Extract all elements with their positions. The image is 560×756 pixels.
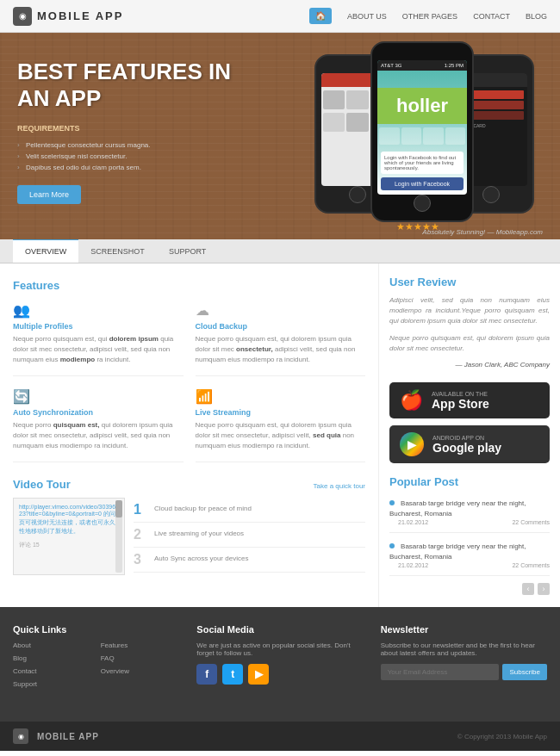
tab-support[interactable]: Support (157, 239, 218, 263)
post-meta-2: 21.02.2012 22 Comments (389, 562, 550, 568)
feature-live-streaming: 📶 Live Streaming Neque porro quisquam es… (196, 388, 366, 462)
review-title: User Review (389, 276, 550, 288)
nav-other[interactable]: Other Pages (402, 12, 457, 21)
post-title-wrap: Basarab targe bridge very near the night… (389, 540, 550, 561)
hero-requirements-list: Pellentesque consectetur cursus magna. V… (17, 139, 258, 173)
post-bullet-1 (389, 500, 395, 505)
req-item: Dapibus sed odio dui ciam porta sem. (17, 162, 258, 173)
nav-blog[interactable]: Blog (526, 12, 547, 21)
review-text-1: Adipisci velit, sed quia non numquam eiu… (389, 295, 550, 326)
newsletter-email-input[interactable] (381, 664, 500, 680)
footer-link-about[interactable]: About (13, 641, 92, 649)
footer-link-support[interactable]: Support (13, 680, 92, 688)
app-store-large: App Store (432, 397, 489, 411)
phone-center: AT&T 3G 1:25 PM holler Login with Facebo… (370, 41, 474, 222)
footer: Quick Links About Features Blog FAQ Cont… (0, 607, 560, 722)
newsletter-subscribe-button[interactable]: Subscribe (502, 664, 547, 680)
feature-text-2: Neque porro quisquam est, qui dolorem ip… (196, 334, 366, 365)
video-desc-1: Cloud backup for peace of mind (154, 503, 252, 512)
nav-contact[interactable]: Contact (473, 12, 510, 21)
post-prev-button[interactable]: ‹ (522, 583, 534, 595)
take-quick-tour[interactable]: Take a quick tour (314, 482, 365, 490)
post-comments-2: 22 Comments (512, 562, 550, 568)
post-comments-1: 22 Comments (512, 519, 550, 525)
video-desc-2: Live streaming of your videos (154, 528, 244, 537)
video-content: http://player.vimeo.com/video/30396223?t… (13, 498, 365, 575)
feature-multiple-profiles: 👥 Multiple Profiles Neque porro quisquam… (13, 302, 184, 376)
app-store-text: Available on the App Store (432, 391, 489, 411)
popular-posts-title: Popular Post (389, 475, 550, 488)
post-next-button[interactable]: › (538, 583, 550, 595)
post-item-1: Basarab targe bridge very near the night… (389, 497, 550, 533)
tab-screenshot[interactable]: Screenshot (78, 239, 157, 263)
footer-newsletter: Newsletter Subscribe to our newsletter a… (381, 624, 547, 691)
app-store-button[interactable]: 🍎 Available on the App Store (389, 382, 550, 418)
phone-home-btn-center (414, 195, 431, 212)
nav-home[interactable]: 🏠 (309, 8, 332, 24)
google-play-text: ANDROID APP ON Google play (432, 435, 501, 455)
feature-title-1: Multiple Profiles (13, 322, 184, 331)
rss-icon[interactable]: ▶ (248, 664, 269, 685)
post-meta-1: 21.02.2012 22 Comments (389, 519, 550, 525)
feature-text-3: Neque porro quisquam est, qui dolorem ip… (13, 420, 184, 451)
cloud-backup-icon: ☁ (196, 302, 366, 319)
phone-home-btn (349, 186, 366, 203)
video-list-item-1: 1 Cloud backup for peace of mind (134, 498, 365, 523)
footer-link-overview[interactable]: Overview (101, 667, 180, 675)
google-small: ANDROID APP ON (432, 435, 501, 441)
video-desc-3: Auto Sync across your devices (154, 553, 248, 562)
hero-section: BEST FEATURES IN AN APP REQUIREMENTS Pel… (0, 33, 560, 239)
features-grid: 👥 Multiple Profiles Neque porro quisquam… (13, 302, 365, 462)
feature-text-1: Neque porro quisquam est, qui dolorem ip… (13, 334, 184, 365)
footer-link-blog[interactable]: Blog (13, 654, 92, 662)
footer-logo-text: MOBILE APP (37, 732, 99, 741)
phone-screen-center: AT&T 3G 1:25 PM holler Login with Facebo… (377, 60, 467, 195)
footer-link-contact[interactable]: Contact (13, 667, 92, 675)
footer-link-features[interactable]: Features (101, 641, 180, 649)
video-tour-title: Video Tour (13, 478, 71, 491)
footer-quick-links: Quick Links About Features Blog FAQ Cont… (13, 624, 179, 691)
post-title-wrap: Basarab targe bridge very near the night… (389, 497, 550, 517)
quick-links-grid: About Features Blog FAQ Contact Overview… (13, 641, 179, 691)
google-play-icon: ▶ (400, 432, 424, 456)
feature-auto-sync: 🔄 Auto Synchronization Neque porro quisq… (13, 388, 184, 462)
video-num-1: 1 (134, 503, 147, 517)
feature-text-4: Neque porro quisquam est, qui dolorem ip… (196, 420, 366, 451)
video-scrollbar[interactable] (115, 500, 122, 573)
holler-text: holler (377, 88, 467, 124)
req-item: Velit scelerisque nisl consectetur. (17, 151, 258, 162)
google-large: Google play (432, 441, 501, 455)
tabs-bar: Overview Screenshot Support (0, 239, 560, 263)
video-list: 1 Cloud backup for peace of mind 2 Live … (134, 498, 365, 575)
hero-title: BEST FEATURES IN AN APP (17, 59, 258, 112)
logo-text: MOBILE APP (37, 9, 123, 22)
phone-home-btn-right (482, 186, 500, 203)
facebook-icon[interactable]: f (196, 664, 217, 685)
feature-title-2: Cloud Backup (196, 322, 366, 331)
app-store-small: Available on the (432, 391, 489, 397)
google-play-button[interactable]: ▶ ANDROID APP ON Google play (389, 425, 550, 463)
footer-social: Social Media We are just as active on po… (196, 624, 363, 691)
video-tour-section: Video Tour Take a quick tour http://play… (13, 478, 365, 575)
auto-sync-icon: 🔄 (13, 388, 184, 405)
video-num-3: 3 (134, 553, 147, 567)
main-left: Features 👥 Multiple Profiles Neque porro… (0, 263, 379, 607)
hero-content: BEST FEATURES IN AN APP REQUIREMENTS Pel… (17, 59, 258, 204)
twitter-icon[interactable]: t (222, 664, 243, 685)
footer-link-faq[interactable]: FAQ (101, 654, 180, 662)
tab-overview[interactable]: Overview (13, 239, 78, 263)
newsletter-title: Newsletter (381, 624, 547, 635)
video-num-2: 2 (134, 528, 147, 542)
review-author: — Jason Clark, ABC Company (389, 361, 550, 369)
nav-about[interactable]: About Us (347, 12, 387, 21)
post-item-2: Basarab targe bridge very near the night… (389, 540, 550, 576)
feature-title-4: Live Streaming (196, 408, 366, 417)
social-text: We are just as active on popular social … (196, 641, 363, 657)
newsletter-text: Subscribe to our newsletter and be the f… (381, 641, 547, 657)
newsletter-form: Subscribe (381, 664, 547, 680)
user-review-section: User Review Adipisci velit, sed quia non… (389, 276, 550, 369)
post-bullet-2 (389, 543, 395, 548)
learn-more-button[interactable]: Learn More (17, 185, 81, 204)
social-icons: f t ▶ (196, 664, 363, 685)
post-date-1: 21.02.2012 (398, 519, 428, 525)
